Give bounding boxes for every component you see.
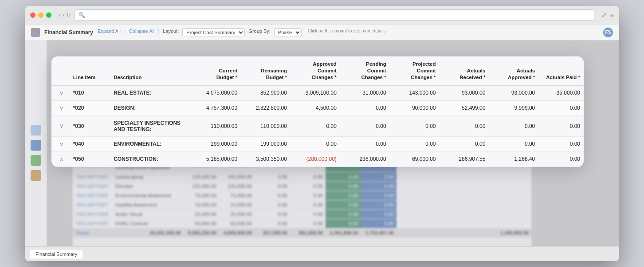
close-button[interactable] [30, 12, 35, 18]
col-header-current-budget: CurrentBudget * [191, 56, 241, 85]
blurred-table-row: *050.000*S006Environmental Abatement75,0… [73, 191, 531, 200]
sidebar-icon-1[interactable] [31, 125, 41, 135]
actuals_approved-cell[interactable]: 0.00 [489, 116, 538, 136]
actuals_approved-cell[interactable]: 93,000.00 [489, 85, 538, 100]
description-cell: DESIGN: [110, 100, 191, 116]
projected_commit-cell[interactable]: 0.00 [390, 116, 440, 136]
current_budget-cell[interactable]: 110,000.00 [191, 116, 241, 136]
pending_commit-cell[interactable]: 0.00 [340, 116, 390, 136]
expand-cell[interactable]: ∨ [51, 136, 70, 151]
url-bar[interactable]: 🔍 [75, 9, 594, 21]
remaining_budget-cell[interactable]: 3,500,350.00 [241, 151, 291, 167]
col-header-approved-commit: ApprovedCommitChanges * [291, 56, 340, 85]
current_budget-cell[interactable]: 4,757,300.00 [191, 100, 241, 116]
separator-1: | [124, 28, 126, 36]
approved_commit-cell[interactable]: 4,500.00 [291, 100, 340, 116]
approved_commit-cell[interactable]: (288,000.00) [291, 151, 340, 167]
line-item-cell: *030 [70, 116, 110, 136]
actuals_received-cell[interactable]: 52,499.00 [440, 100, 489, 116]
actuals_paid-cell[interactable]: 0.00 [538, 116, 584, 136]
group-by-select[interactable]: Phase [274, 28, 302, 36]
sidebar-icon-4[interactable] [31, 170, 41, 181]
remaining_budget-cell[interactable]: 2,822,800.00 [241, 100, 291, 116]
blurred-table-row: *050.000*S009HVAC Controls50,000.0050,00… [73, 219, 531, 228]
bottom-bar: Financial Summary [25, 246, 619, 261]
pending_commit-cell[interactable]: 0.00 [340, 136, 390, 151]
col-header-line-item: Line Item [70, 56, 110, 85]
remaining_budget-cell[interactable]: 199,000.00 [241, 136, 291, 151]
projected_commit-cell[interactable]: 0.00 [390, 136, 440, 151]
minimize-button[interactable] [38, 12, 43, 18]
expand-cell[interactable]: ∨ [51, 85, 70, 100]
projected_commit-cell[interactable]: 69,000.00 [390, 151, 440, 167]
sidebar-icon-2[interactable] [31, 140, 41, 151]
col-header-expand [51, 56, 70, 85]
toolbar-actions: Expand All | Collapse All | Layout: Proj… [98, 28, 385, 36]
actuals_received-cell[interactable]: 0.00 [440, 136, 489, 151]
layout-select[interactable]: Project Cost Summary [182, 28, 245, 36]
pending_commit-cell[interactable]: 236,000.00 [340, 151, 390, 167]
toolbar-hint: Click on the amount to see more details [308, 28, 386, 36]
current_budget-cell[interactable]: 5,185,000.00 [191, 151, 241, 167]
remaining_budget-cell[interactable]: 852,900.00 [241, 85, 291, 100]
current_budget-cell[interactable]: 4,075,000.00 [191, 85, 241, 100]
pending_commit-cell[interactable]: 0.00 [340, 100, 390, 116]
description-cell: CONSTRUCTION: [110, 151, 191, 167]
table-row[interactable]: ∨*040ENVIRONMENTAL:199,000.00199,000.000… [51, 136, 584, 151]
actuals_paid-cell[interactable]: 0.00 [538, 100, 584, 116]
actuals_approved-cell[interactable]: 9,999.00 [489, 100, 538, 116]
expand-all-button[interactable]: Expand All [98, 28, 121, 36]
expand-cell[interactable]: ∨ [51, 100, 70, 116]
actuals_received-cell[interactable]: 286,907.55 [440, 151, 489, 167]
separator-2: | [158, 28, 159, 36]
actuals_received-cell[interactable]: 0.00 [440, 116, 489, 136]
col-header-remaining-budget: RemainingBudget * [241, 56, 291, 85]
table-row[interactable]: ∨*030SPECIALTY INSPECTIONS AND TESTING:1… [51, 116, 584, 136]
back-icon[interactable]: ‹ [59, 12, 60, 18]
actuals_received-cell[interactable]: 93,000.00 [440, 85, 489, 100]
traffic-lights [30, 12, 51, 18]
expand-cell[interactable]: ∨ [51, 116, 70, 136]
description-cell: REAL ESTATE: [110, 85, 191, 100]
table-row[interactable]: ∨*010REAL ESTATE:4,075,000.00852,900.003… [51, 85, 584, 100]
pending_commit-cell[interactable]: 31,000.00 [340, 85, 390, 100]
forward-icon[interactable]: › [62, 12, 64, 18]
expand-cell[interactable]: ∧ [51, 151, 70, 167]
approved_commit-cell[interactable]: 0.00 [291, 136, 340, 151]
browser-icons: ⤢ ≡ [601, 12, 614, 19]
maximize-button[interactable] [46, 12, 51, 18]
blurred-table-row: *050.000*S007HazMat Abatement70,000.0010… [73, 200, 531, 210]
actuals_approved-cell[interactable]: 1,268.40 [489, 151, 538, 167]
line-item-cell: *010 [70, 85, 110, 100]
col-header-description: Description [110, 56, 191, 85]
actuals_approved-cell[interactable]: 0.00 [489, 136, 538, 151]
browser-window: ‹ › ↻ 🔍 ⤢ ≡ Financial Summary Expand All… [25, 6, 619, 261]
menu-icon[interactable]: ≡ [610, 12, 614, 19]
col-header-pending-commit: PendingCommitChanges * [340, 56, 390, 85]
actuals_paid-cell[interactable]: 35,000.00 [538, 85, 584, 100]
approved_commit-cell[interactable]: 0.00 [291, 116, 340, 136]
app-icon [31, 28, 40, 37]
reload-icon[interactable]: ↻ [66, 12, 71, 18]
actuals_paid-cell[interactable]: 0.00 [538, 151, 584, 167]
table-header-row: Line Item Description CurrentBudget * Re… [51, 56, 584, 85]
remaining_budget-cell[interactable]: 110,000.00 [241, 116, 291, 136]
table-row[interactable]: ∧*050CONSTRUCTION:5,185,000.003,500,350.… [51, 151, 584, 167]
projected_commit-cell[interactable]: 143,000.00 [390, 85, 440, 100]
col-header-actuals-received: ActualsReceived * [440, 56, 489, 85]
approved_commit-cell[interactable]: 3,009,100.00 [291, 85, 340, 100]
tab-item[interactable]: Financial Summary [30, 250, 82, 259]
table-row[interactable]: ∨*020DESIGN:4,757,300.002,822,800.004,50… [51, 100, 584, 116]
toolbar-right-icon: FS [603, 28, 613, 37]
sidebar-icon-3[interactable] [31, 155, 41, 166]
search-icon: 🔍 [79, 12, 85, 18]
col-header-projected-commit: ProjectedCommitChanges * [390, 56, 440, 85]
projected_commit-cell[interactable]: 90,000.00 [390, 100, 440, 116]
expand-icon[interactable]: ⤢ [601, 12, 607, 19]
col-header-actuals-paid: Actuals Paid * [538, 56, 584, 85]
financial-summary-card: Line Item Description CurrentBudget * Re… [51, 56, 584, 167]
current_budget-cell[interactable]: 199,000.00 [191, 136, 241, 151]
actuals_paid-cell[interactable]: 0.00 [538, 136, 584, 151]
collapse-all-button[interactable]: Collapse All [129, 28, 154, 36]
financial-table: Line Item Description CurrentBudget * Re… [51, 56, 584, 167]
